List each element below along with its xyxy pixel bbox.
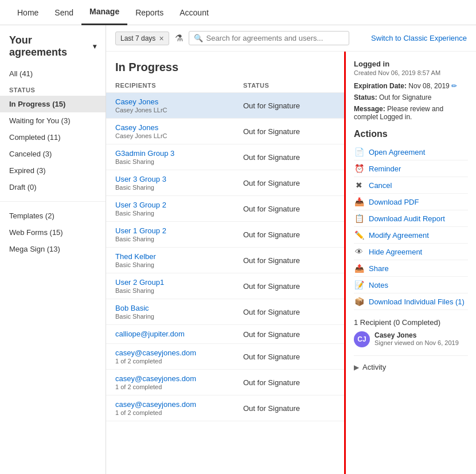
activity-row[interactable]: ▶ Activity xyxy=(354,361,468,374)
recipient-info: Thed Kelber Basic Sharing xyxy=(115,252,243,268)
edit-icon[interactable]: ✏ xyxy=(451,82,457,90)
content-header: Last 7 days × ⚗ 🔍 Switch to Classic Expe… xyxy=(106,25,476,52)
action-download-pdf-label: Download PDF xyxy=(369,198,419,206)
status-cell: Out for Signature xyxy=(243,378,335,387)
table-row[interactable]: User 3 Group 2 Basic Sharing Out for Sig… xyxy=(106,196,344,222)
sidebar-item-webforms[interactable]: Web Forms (15) xyxy=(0,224,106,241)
recipient-name: User 3 Group 2 xyxy=(115,201,243,209)
table-row[interactable]: casey@caseyjones.dom 1 of 2 completed Ou… xyxy=(106,370,344,395)
sidebar-section-status: STATUS xyxy=(0,82,106,96)
sidebar-item-megasign[interactable]: Mega Sign (13) xyxy=(0,241,106,257)
action-cancel-label: Cancel xyxy=(369,181,392,190)
table-row[interactable]: casey@caseyjones.dom 1 of 2 completed Ou… xyxy=(106,395,344,421)
agreements-body: In Progress RECIPIENTS STATUS Casey Jone… xyxy=(106,52,476,474)
sidebar-item-all[interactable]: All (41) xyxy=(0,65,106,82)
action-download-files-label: Download Individual Files (1) xyxy=(369,297,465,306)
recipient-name: Bob Basic xyxy=(115,304,243,312)
recipient-name: User 2 Group1 xyxy=(115,278,243,287)
recipient-sub: Casey Jones LLrC xyxy=(115,107,243,113)
sidebar-item-waitingforyou[interactable]: Waiting for You (3) xyxy=(0,112,106,129)
action-download-audit[interactable]: 📋 Download Audit Report xyxy=(354,210,468,227)
recipient-card-info: Casey Jones Signer viewed on Nov 6, 2019 xyxy=(374,331,459,346)
modify-icon: ✏️ xyxy=(354,230,364,240)
table-row[interactable]: Bob Basic Basic Sharing Out for Signatur… xyxy=(106,299,344,325)
col-status-header: STATUS xyxy=(243,82,335,89)
share-icon: 📤 xyxy=(354,264,364,273)
recipient-name: Casey Jones xyxy=(115,97,243,106)
nav-reports[interactable]: Reports xyxy=(127,0,171,25)
recipient-name: casey@caseyjones.dom xyxy=(115,400,243,409)
sidebar-item-completed[interactable]: Completed (11) xyxy=(0,129,106,146)
recipient-sub: Basic Sharing xyxy=(115,261,243,268)
recipient-info: Casey Jones Casey Jones LLrC xyxy=(115,123,243,139)
recipient-info: calliope@jupiter.dom xyxy=(115,330,243,339)
table-row[interactable]: Casey Jones Casey Jones LLrC Out for Sig… xyxy=(106,119,344,144)
table-row[interactable]: User 3 Group 3 Basic Sharing Out for Sig… xyxy=(106,170,344,196)
filter-chip-close[interactable]: × xyxy=(159,34,163,43)
sidebar-item-inprogress[interactable]: In Progress (15) xyxy=(0,96,106,112)
recipient-section: 1 Recipient (0 Completed) CJ Casey Jones… xyxy=(354,318,468,347)
action-reminder[interactable]: ⏰ Reminder xyxy=(354,160,468,177)
table-row[interactable]: G3admin Group 3 Basic Sharing Out for Si… xyxy=(106,144,344,170)
search-input[interactable] xyxy=(206,34,344,42)
recipient-info: User 3 Group 3 Basic Sharing xyxy=(115,175,243,191)
avatar: CJ xyxy=(354,331,370,347)
panel-created: Created Nov 06, 2019 8:57 AM xyxy=(354,69,468,76)
sidebar-title-label: Your agreements xyxy=(9,34,88,58)
recipient-info: Casey Jones Casey Jones LLrC xyxy=(115,97,243,113)
recipient-info: casey@caseyjones.dom 1 of 2 completed xyxy=(115,400,243,416)
recipient-sub: Basic Sharing xyxy=(115,236,243,242)
recipient-name: Thed Kelber xyxy=(115,252,243,261)
table-row[interactable]: Casey Jones Casey Jones LLrC Out for Sig… xyxy=(106,93,344,119)
hide-icon: 👁 xyxy=(354,247,364,256)
sidebar-item-templates[interactable]: Templates (2) xyxy=(0,207,106,224)
chevron-down-icon: ▾ xyxy=(93,42,96,50)
recipient-name: Casey Jones xyxy=(115,123,243,132)
files-icon: 📦 xyxy=(354,297,364,306)
panel-expiration-date: Nov 08, 2019 xyxy=(408,82,449,90)
recipient-info: casey@caseyjones.dom 1 of 2 completed xyxy=(115,348,243,365)
recipient-name: casey@caseyjones.dom xyxy=(115,348,243,357)
action-open-label: Open Agreement xyxy=(369,148,425,156)
switch-classic-link[interactable]: Switch to Classic Experience xyxy=(371,34,467,42)
filter-chip-label: Last 7 days xyxy=(120,34,155,42)
table-row[interactable]: casey@caseyjones.dom 1 of 2 completed Ou… xyxy=(106,344,344,370)
nav-send[interactable]: Send xyxy=(46,0,81,25)
recipient-info: casey@caseyjones.dom 1 of 2 completed xyxy=(115,374,243,390)
list-title: In Progress xyxy=(106,52,344,79)
recipient-count: 1 Recipient (0 Completed) xyxy=(354,318,468,327)
search-box[interactable]: 🔍 xyxy=(189,31,349,45)
filter-chip[interactable]: Last 7 days × xyxy=(115,32,169,45)
recipient-sub: Basic Sharing xyxy=(115,313,243,320)
action-notes-label: Notes xyxy=(369,281,388,289)
recipient-sub: Basic Sharing xyxy=(115,158,243,165)
action-cancel[interactable]: ✖ Cancel xyxy=(354,177,468,194)
status-cell: Out for Signature xyxy=(243,404,335,413)
table-row[interactable]: User 2 Group1 Basic Sharing Out for Sign… xyxy=(106,273,344,299)
action-modify[interactable]: ✏️ Modify Agreement xyxy=(354,227,468,244)
action-open-agreement[interactable]: 📄 Open Agreement xyxy=(354,144,468,160)
sidebar-item-canceled[interactable]: Canceled (3) xyxy=(0,146,106,162)
nav-manage[interactable]: Manage xyxy=(81,0,127,25)
download-pdf-icon: 📥 xyxy=(354,197,364,206)
table-row[interactable]: Thed Kelber Basic Sharing Out for Signat… xyxy=(106,248,344,273)
action-notes[interactable]: 📝 Notes xyxy=(354,277,468,293)
sidebar-item-expired[interactable]: Expired (3) xyxy=(0,162,106,179)
table-row[interactable]: User 1 Group 2 Basic Sharing Out for Sig… xyxy=(106,222,344,248)
action-share[interactable]: 📤 Share xyxy=(354,260,468,277)
nav-home[interactable]: Home xyxy=(9,0,46,25)
recipient-card-sub: Signer viewed on Nov 6, 2019 xyxy=(374,339,459,346)
nav-account[interactable]: Account xyxy=(171,0,217,25)
filter-icon[interactable]: ⚗ xyxy=(175,33,183,44)
action-download-files[interactable]: 📦 Download Individual Files (1) xyxy=(354,293,468,310)
recipient-name: casey@caseyjones.dom xyxy=(115,374,243,383)
action-hide[interactable]: 👁 Hide Agreement xyxy=(354,244,468,260)
action-download-pdf[interactable]: 📥 Download PDF xyxy=(354,194,468,210)
status-cell: Out for Signature xyxy=(243,101,335,110)
sidebar-title[interactable]: Your agreements ▾ xyxy=(0,34,106,65)
action-download-audit-label: Download Audit Report xyxy=(369,214,445,223)
table-row[interactable]: calliope@jupiter.dom Out for Signature xyxy=(106,325,344,344)
sidebar-item-draft[interactable]: Draft (0) xyxy=(0,179,106,195)
recipient-name: calliope@jupiter.dom xyxy=(115,330,243,338)
panel-expiration-label: Expiration Date: xyxy=(354,82,407,90)
